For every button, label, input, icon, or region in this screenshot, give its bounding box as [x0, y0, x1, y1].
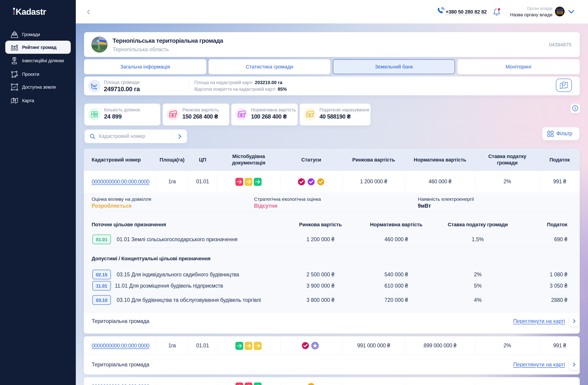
svg-text:$: $ [172, 114, 173, 116]
svg-text:$: $ [241, 114, 242, 116]
svg-text:Kadastr: Kadastr [16, 7, 46, 16]
svg-text:$: $ [309, 114, 310, 116]
svg-text:m²: m² [93, 84, 97, 88]
